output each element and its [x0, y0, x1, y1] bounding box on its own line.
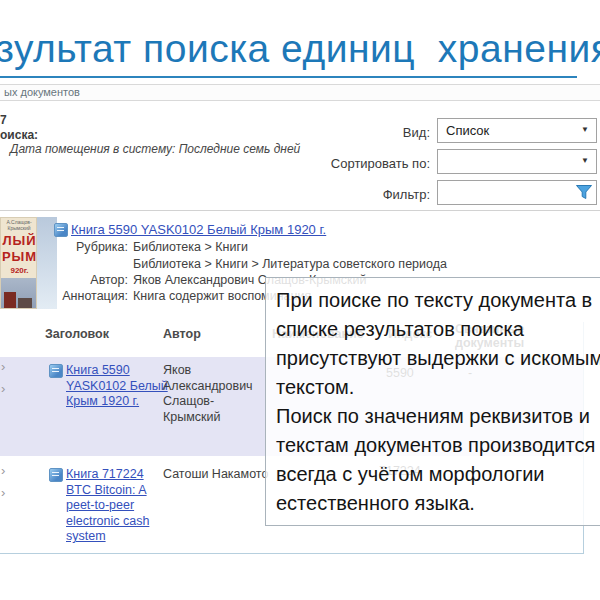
book-icon [49, 468, 63, 482]
panel-header-label: ых документов [4, 86, 80, 98]
row-author: Яков Александрович Слащов-Крымский [163, 363, 269, 425]
chevron-down-icon: ▼ [581, 157, 589, 165]
callout-line: присутствуют выдержки с искомым [276, 344, 600, 373]
author-label: Автор: [0, 273, 128, 287]
cover-byline: А.Слащов-Крымский [2, 219, 36, 231]
callout-line: естественного языка. [276, 489, 600, 518]
row-title-link[interactable]: Книга 5590 YASK0102 Белый Крым 1920 г. [66, 363, 170, 410]
search-params-label: оиска: [0, 128, 38, 142]
book-icon [54, 223, 68, 237]
search-params-value: Дата помещения в систему: Последние семь… [10, 142, 300, 156]
table-bottom-border [0, 553, 584, 554]
rubric-label: Рубрика: [0, 240, 128, 254]
page: зультат поиска единиц хранения ых докуме… [0, 0, 600, 600]
title-underline [0, 76, 577, 78]
column-header-author[interactable]: Автор [163, 327, 201, 341]
callout-line: Поиск по значениям реквизитов и [276, 402, 600, 431]
rubric-value: Библиотека > Книги [133, 240, 248, 254]
sort-select[interactable]: ▼ [437, 149, 597, 174]
rubric-value-2: Библиотека > Книги > Литература советско… [133, 257, 447, 271]
row-author: Сатоши Накамото [163, 467, 273, 483]
column-header-title[interactable]: Заголовок [45, 327, 109, 341]
callout-line: всегда с учётом морфологии [276, 460, 600, 489]
result-title-link[interactable]: Книга 5590 YASK0102 Белый Крым 1920 г. [71, 222, 326, 237]
chevron-right-icon: › [1, 362, 5, 372]
funnel-icon[interactable] [575, 184, 593, 208]
annotation-callout: При поиске по тексту документа в списке … [265, 277, 600, 526]
chevron-down-icon: ▼ [581, 126, 589, 134]
view-select[interactable]: Список ▼ [437, 118, 597, 143]
page-title: зультат поиска единиц хранения [0, 27, 600, 71]
callout-line: списке результатов поиска [276, 315, 600, 344]
filter-label: Фильтр: [300, 187, 430, 202]
book-icon [49, 364, 63, 378]
results-count: 7 [0, 113, 7, 127]
callout-line: текстом. [276, 373, 600, 402]
annotation-label: Аннотация: [0, 289, 128, 303]
filter-box [437, 180, 597, 205]
sort-label: Сортировать по: [300, 156, 430, 171]
chevron-right-icon: › [1, 488, 5, 498]
view-select-value: Список [446, 119, 489, 142]
filter-input[interactable] [438, 181, 580, 202]
row-title-link[interactable]: Книга 717224 BTC Bitcoin: A peet-to-peer… [66, 467, 170, 545]
callout-line: текстам документов производится [276, 431, 600, 460]
panel-header-bar: ых документов [0, 84, 600, 101]
chevron-right-icon: › [1, 384, 5, 394]
section-divider [0, 210, 600, 211]
chevron-right-icon: › [1, 466, 5, 476]
callout-line: При поиске по тексту документа в [276, 286, 600, 315]
view-label: Вид: [300, 125, 430, 140]
